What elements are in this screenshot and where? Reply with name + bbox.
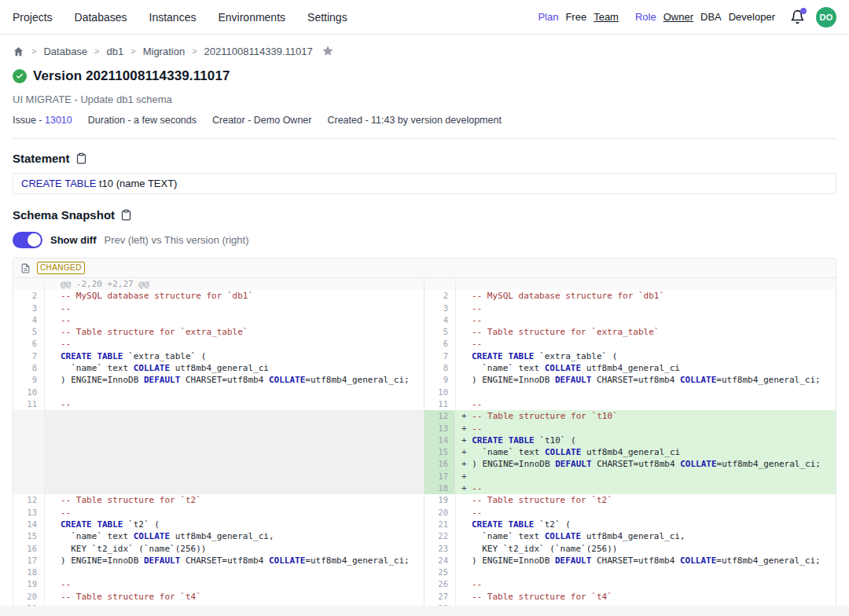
meta-duration: Duration - a few seconds (88, 115, 197, 126)
breadcrumb-version[interactable]: 20211008114339.11017 (204, 46, 313, 57)
diff-row: 13-- (13, 507, 424, 519)
diff-row: 9) ENGINE=InnoDB DEFAULT CHARSET=utf8mb4… (13, 374, 424, 386)
clipboard-icon[interactable] (120, 209, 132, 221)
code-line: `name` text COLLATE utf8mb4_general_ci (45, 362, 424, 374)
line-number (13, 423, 45, 434)
nav-item-environments[interactable]: Environments (218, 11, 285, 24)
statement-heading: Statement (13, 152, 70, 165)
line-number: 5 (13, 326, 45, 338)
code-line: -- (456, 398, 836, 410)
diff-row: 20-- (424, 507, 836, 519)
code-line (45, 482, 424, 494)
line-number: 20 (424, 507, 456, 519)
code-line: KEY `t2_idx` (`name`(256)) (45, 543, 424, 555)
nav-item-databases[interactable]: Databases (75, 11, 127, 24)
breadcrumb-database[interactable]: Database (43, 46, 87, 57)
code-line: `name` text COLLATE utf8mb4_general_ci (456, 362, 836, 374)
diff-row: 2-- MySQL database structure for `db1` (13, 290, 424, 302)
line-number: 23 (424, 543, 456, 555)
diff-row: 10 (424, 387, 836, 398)
plan-label: Plan (538, 11, 558, 23)
diff-row: 23 KEY `t2_idx` (`name`(256)) (424, 543, 836, 555)
line-number: 7 (424, 350, 456, 362)
line-number: 5 (424, 326, 456, 338)
breadcrumb-migration[interactable]: Migration (143, 46, 185, 57)
code-line: -- (456, 314, 836, 326)
diff-row: 27-- Table structure for `t4` (424, 591, 836, 603)
line-number: 13 (13, 507, 45, 519)
line-number (13, 471, 45, 482)
line-number: 27 (424, 591, 456, 603)
version-title-row: Version 20211008114339.11017 (13, 67, 836, 86)
line-number: 9 (424, 374, 456, 386)
star-icon[interactable] (322, 45, 334, 57)
code-line (456, 387, 836, 398)
code-line (45, 387, 424, 398)
diff-row: 3-- (13, 302, 424, 314)
code-line: -- Table structure for `extra_table` (45, 326, 424, 338)
diff-row (424, 278, 836, 290)
code-line: -- (45, 302, 424, 314)
line-number (13, 482, 45, 494)
diff-row: 21CREATE TABLE `t2` ( (424, 519, 836, 530)
code-line: CREATE TABLE `extra_table` ( (45, 350, 424, 362)
show-diff-toggle[interactable] (13, 232, 42, 248)
clipboard-icon[interactable] (75, 152, 87, 164)
line-number: 14 (13, 519, 45, 530)
show-diff-label: Show diff (50, 234, 97, 246)
schema-snapshot-heading-row: Schema Snapshot (13, 208, 836, 222)
breadcrumb-db1[interactable]: db1 (107, 46, 124, 57)
code-line (456, 278, 836, 290)
diff-row: 6-- (13, 338, 424, 350)
diff-row: 7CREATE TABLE `extra_table` ( (424, 350, 836, 362)
diff-row: 4-- (424, 314, 836, 326)
diff-row: 10 (13, 387, 424, 398)
line-number: 19 (13, 578, 45, 590)
diff-toggle-row: Show diff Prev (left) vs This version (r… (13, 231, 836, 248)
line-number: 11 (13, 398, 45, 410)
notifications-button[interactable] (790, 9, 806, 25)
nav-item-projects[interactable]: Projects (13, 11, 53, 24)
diff-row: 17+ (424, 471, 836, 482)
issue-link[interactable]: 13010 (45, 115, 72, 126)
code-line: -- MySQL database structure for `db1` (456, 290, 836, 302)
code-line: @@ -2,20 +2,27 @@ (45, 278, 424, 290)
diff-row (13, 458, 424, 470)
role-owner-link[interactable]: Owner (663, 11, 693, 23)
code-line: + -- Table structure for `t10` (456, 410, 836, 422)
code-line: + ) ENGINE=InnoDB DEFAULT CHARSET=utf8mb… (456, 458, 836, 470)
meta-issue: Issue - 13010 (13, 115, 72, 126)
code-line: -- (45, 314, 424, 326)
code-line (45, 410, 424, 422)
code-line: -- (456, 578, 836, 590)
nav-item-settings[interactable]: Settings (307, 11, 347, 24)
code-line: KEY `t2_idx` (`name`(256)) (456, 543, 836, 555)
line-number: 4 (13, 314, 45, 326)
plan-team-link[interactable]: Team (594, 11, 619, 23)
code-line: -- MySQL database structure for `db1` (45, 290, 424, 302)
code-line: `name` text COLLATE utf8mb4_general_ci, (456, 530, 836, 542)
avatar[interactable]: DO (816, 7, 836, 28)
code-line: -- Table structure for `t4` (456, 591, 836, 603)
nav-item-instances[interactable]: Instances (149, 11, 197, 24)
diff-row: 18 (13, 566, 424, 578)
code-line: -- (456, 507, 836, 519)
diff-row: 20-- Table structure for `t4` (13, 591, 424, 603)
home-icon[interactable] (13, 46, 24, 57)
code-line: + (456, 471, 836, 482)
line-number (13, 434, 45, 446)
breadcrumb-separator: > (130, 46, 135, 56)
diff-row (13, 434, 424, 446)
version-meta: Issue - 13010 Duration - a few seconds C… (13, 115, 836, 126)
line-number: 17 (13, 555, 45, 566)
breadcrumb-separator: > (94, 46, 99, 56)
section-divider (13, 138, 836, 139)
line-number: 22 (424, 530, 456, 542)
line-number: 3 (424, 302, 456, 314)
line-number: 10 (13, 387, 45, 398)
code-line (45, 446, 424, 458)
line-number (13, 410, 45, 422)
diff-row: 26-- (424, 578, 836, 590)
code-line: + `name` text COLLATE utf8mb4_general_ci (456, 446, 836, 458)
diff-row: 18+ -- (424, 482, 836, 494)
